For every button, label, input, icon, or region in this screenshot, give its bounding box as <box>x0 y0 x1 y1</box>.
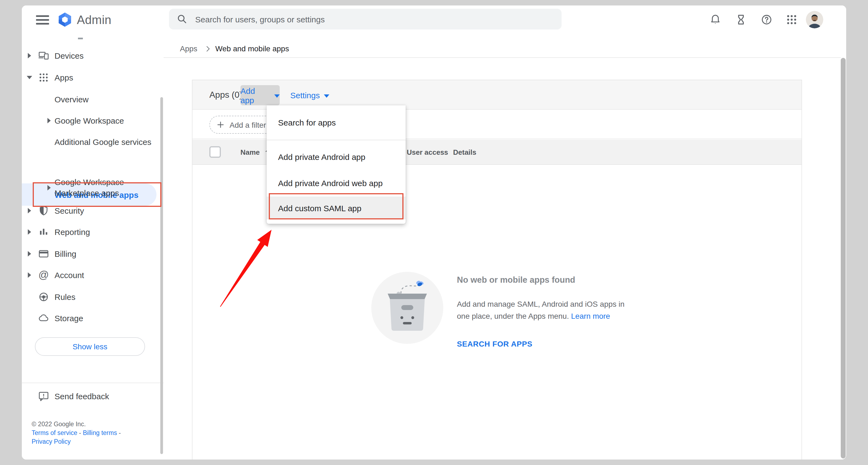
devices-icon <box>38 50 49 61</box>
send-feedback-button[interactable]: Send feedback <box>22 385 159 407</box>
menu-item-search-for-apps[interactable]: Search for apps <box>267 109 406 135</box>
menu-item-add-custom-saml-app[interactable]: Add custom SAML app <box>267 197 406 220</box>
global-search[interactable] <box>169 9 562 29</box>
feedback-icon <box>38 391 49 402</box>
partially-scrolled-nav-item <box>78 38 83 39</box>
show-less-button[interactable]: Show less <box>35 337 145 356</box>
search-input[interactable] <box>195 14 522 24</box>
menu-item-add-private-android-app[interactable]: Add private Android app <box>267 144 406 170</box>
expand-chevron-icon[interactable] <box>48 185 51 191</box>
reporting-bar-chart-icon <box>38 227 49 237</box>
plus-icon <box>216 121 225 129</box>
breadcrumb: Apps Web and mobile apps <box>180 40 289 57</box>
sidebar-item-rules[interactable]: Rules <box>22 286 159 308</box>
terms-of-service-link[interactable]: Terms of service <box>32 430 77 436</box>
sidebar-item-additional-google-services[interactable]: Additional Google services <box>22 131 159 153</box>
rules-wheel-icon <box>38 291 49 302</box>
menu-item-add-private-android-web-app[interactable]: Add private Android web app <box>267 170 406 196</box>
breadcrumb-current-page: Web and mobile apps <box>215 44 289 53</box>
help-icon[interactable] <box>761 13 773 26</box>
main-menu-icon[interactable] <box>36 15 49 25</box>
sidebar-item-marketplace-apps[interactable]: Google Workspace Marketplace apps <box>22 175 159 200</box>
google-admin-logo <box>56 11 73 28</box>
product-title: Admin <box>77 13 112 27</box>
privacy-policy-link[interactable]: Privacy Policy <box>32 438 71 445</box>
sidebar-scrollbar[interactable] <box>160 97 163 454</box>
expand-chevron-icon[interactable] <box>28 272 31 278</box>
dropdown-arrow-icon <box>274 94 280 97</box>
empty-box-illustration <box>371 272 443 344</box>
sidebar-item-google-workspace[interactable]: Google Workspace <box>22 110 159 132</box>
header-divider <box>163 57 841 58</box>
expand-chevron-icon[interactable] <box>28 251 31 257</box>
screenshot-canvas: Admin <box>0 0 868 465</box>
sidebar-item-apps[interactable]: Apps <box>22 66 159 88</box>
column-header-user-access: User access <box>407 148 448 156</box>
sidebar-item-devices[interactable]: Devices <box>22 45 159 66</box>
security-shield-icon <box>38 205 49 216</box>
top-app-bar: Admin <box>22 5 846 34</box>
admin-console-window: Admin <box>22 5 846 460</box>
apps-count-label: Apps (0) <box>209 90 242 99</box>
settings-button[interactable]: Settings <box>284 85 335 105</box>
sidebar-item-reporting[interactable]: Reporting <box>22 221 159 243</box>
sidebar-footer-divider <box>22 383 163 383</box>
add-filter-chip[interactable]: Add a filter <box>209 116 275 134</box>
search-icon <box>177 13 188 25</box>
add-app-button[interactable]: Add app <box>241 85 280 105</box>
empty-state-description: Add and manage SAML, Android and iOS app… <box>457 298 686 322</box>
navigation-sidebar: Devices Apps Overview Google Works <box>22 34 163 460</box>
sidebar-item-account[interactable]: @ Account <box>22 264 159 286</box>
expand-chevron-icon[interactable] <box>28 53 31 58</box>
dropdown-arrow-icon <box>323 94 329 97</box>
sidebar-item-billing[interactable]: Billing <box>22 243 159 265</box>
google-apps-grid-icon[interactable] <box>786 13 798 26</box>
billing-card-icon <box>38 248 49 259</box>
learn-more-link[interactable]: Learn more <box>571 312 610 320</box>
account-avatar[interactable] <box>806 11 823 28</box>
copyright-text: © 2022 Google Inc. <box>32 420 121 429</box>
expand-chevron-icon[interactable] <box>28 229 31 235</box>
apps-grid-icon <box>38 72 49 83</box>
add-app-dropdown-menu: Search for apps Add private Android app … <box>267 105 406 224</box>
expand-chevron-icon[interactable] <box>28 208 31 213</box>
billing-terms-link[interactable]: Billing terms <box>83 430 117 436</box>
hourglass-icon[interactable] <box>735 13 747 26</box>
breadcrumb-chevron-icon <box>204 46 210 51</box>
main-scrollbar[interactable] <box>841 58 846 459</box>
sidebar-item-storage[interactable]: Storage <box>22 307 159 329</box>
storage-cloud-icon <box>38 313 49 324</box>
column-header-details: Details <box>453 148 476 156</box>
sidebar-item-security[interactable]: Security <box>22 200 159 222</box>
sidebar-footer: © 2022 Google Inc. Terms of service - Bi… <box>32 420 121 446</box>
account-at-icon: @ <box>38 270 49 281</box>
empty-state: No web or mobile apps found Add and mana… <box>457 272 686 348</box>
search-for-apps-button[interactable]: SEARCH FOR APPS <box>457 340 686 348</box>
sidebar-item-overview[interactable]: Overview <box>22 88 159 110</box>
empty-state-title: No web or mobile apps found <box>457 275 686 285</box>
select-all-checkbox[interactable] <box>209 146 221 158</box>
collapse-chevron-icon[interactable] <box>27 76 32 79</box>
expand-chevron-icon[interactable] <box>48 118 51 123</box>
menu-divider <box>267 140 406 140</box>
breadcrumb-apps-link[interactable]: Apps <box>180 44 197 53</box>
notifications-bell-icon[interactable] <box>709 13 721 26</box>
